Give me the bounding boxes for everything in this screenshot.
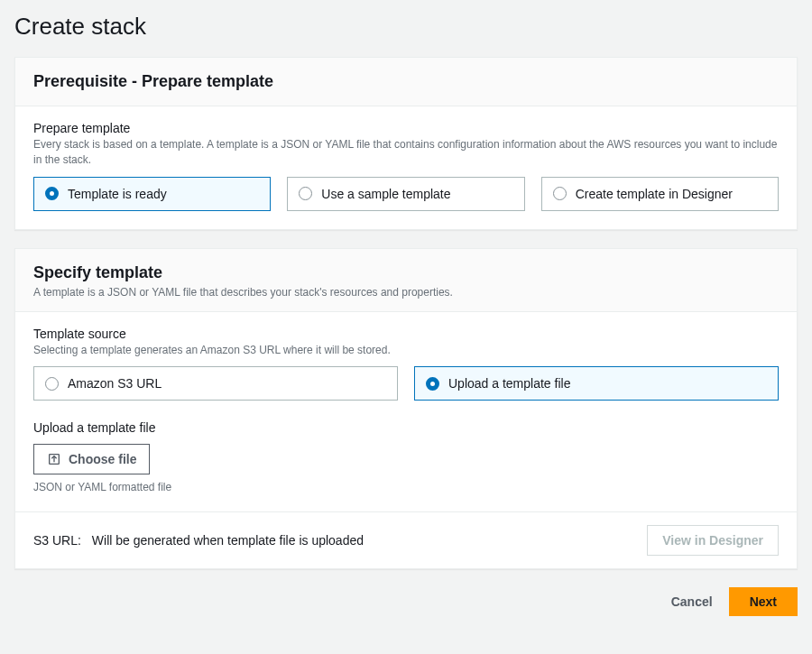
specify-body: Template source Selecting a template gen… xyxy=(15,312,797,512)
upload-icon xyxy=(47,452,61,466)
prerequisite-header: Prerequisite - Prepare template xyxy=(15,58,797,106)
wizard-footer: Cancel Next xyxy=(14,587,798,616)
view-in-designer-button[interactable]: View in Designer xyxy=(647,525,779,556)
prepare-template-label: Prepare template xyxy=(33,121,779,135)
next-button[interactable]: Next xyxy=(729,587,798,616)
option-sample-template[interactable]: Use a sample template xyxy=(287,177,524,211)
option-label: Create template in Designer xyxy=(576,187,733,201)
template-source-options: Amazon S3 URL Upload a template file xyxy=(33,366,779,401)
s3-url-label: S3 URL: xyxy=(33,533,81,548)
choose-file-label: Choose file xyxy=(69,452,136,466)
option-s3-url[interactable]: Amazon S3 URL xyxy=(33,366,398,401)
file-hint: JSON or YAML formatted file xyxy=(33,481,779,493)
specify-footer: S3 URL: Will be generated when template … xyxy=(15,511,797,568)
radio-icon xyxy=(45,187,59,200)
specify-desc: A template is a JSON or YAML file that d… xyxy=(33,286,779,299)
template-source-label: Template source xyxy=(33,327,779,341)
s3-url-value: Will be generated when template file is … xyxy=(92,533,364,548)
prerequisite-body: Prepare template Every stack is based on… xyxy=(15,106,797,229)
prepare-template-desc: Every stack is based on a template. A te… xyxy=(33,137,779,168)
option-template-ready[interactable]: Template is ready xyxy=(33,177,271,211)
upload-section: Upload a template file Choose file JSON … xyxy=(33,420,779,493)
choose-file-button[interactable]: Choose file xyxy=(33,444,150,474)
option-label: Amazon S3 URL xyxy=(68,376,161,391)
prepare-template-options: Template is ready Use a sample template … xyxy=(33,177,779,211)
specify-title: Specify template xyxy=(33,263,779,282)
specify-template-card: Specify template A template is a JSON or… xyxy=(14,248,798,570)
page-title: Create stack xyxy=(14,13,798,41)
option-upload-file[interactable]: Upload a template file xyxy=(414,366,779,401)
radio-icon xyxy=(426,377,439,391)
radio-icon xyxy=(553,187,567,200)
prerequisite-title: Prerequisite - Prepare template xyxy=(33,72,779,91)
s3-url-line: S3 URL: Will be generated when template … xyxy=(33,533,364,548)
template-source-desc: Selecting a template generates an Amazon… xyxy=(33,343,779,358)
option-label: Template is ready xyxy=(68,187,167,201)
option-create-designer[interactable]: Create template in Designer xyxy=(541,177,779,211)
option-label: Upload a template file xyxy=(448,376,570,391)
radio-icon xyxy=(45,377,59,391)
radio-icon xyxy=(299,187,312,200)
cancel-button[interactable]: Cancel xyxy=(671,594,713,609)
option-label: Use a sample template xyxy=(321,187,450,201)
upload-label: Upload a template file xyxy=(33,420,779,435)
prerequisite-card: Prerequisite - Prepare template Prepare … xyxy=(14,57,798,230)
specify-header: Specify template A template is a JSON or… xyxy=(15,249,797,312)
